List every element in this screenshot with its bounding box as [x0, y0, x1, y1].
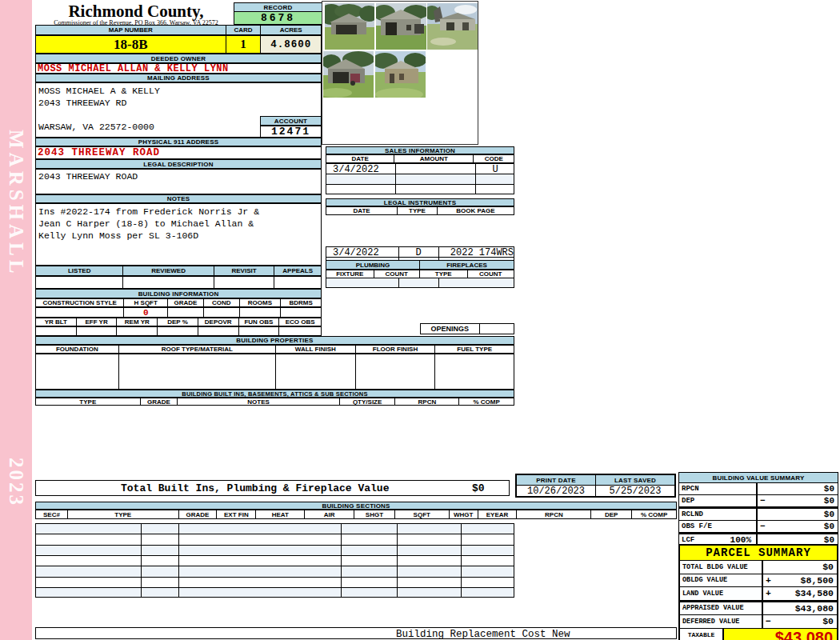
- last-saved-value: 5/25/2023: [596, 486, 674, 497]
- property-photo-4: [323, 51, 374, 98]
- notes-line-3: Kelly Lynn Moss per SL 3-106D: [38, 230, 321, 242]
- bvs-row-obsfe: OBS F/E − $0: [679, 521, 838, 533]
- photo-panel: [322, 1, 478, 145]
- li-type-label: TYPE: [398, 207, 438, 214]
- sale-code-value: U: [475, 164, 515, 175]
- bs-rpcn-label: RPCN: [517, 510, 591, 518]
- bs-eyear-label: EYEAR: [478, 510, 518, 518]
- record-label: RECORD: [234, 2, 322, 12]
- bi-qtysize-label: QTY/SIZE: [340, 398, 396, 405]
- foundation-label: FOUNDATION: [36, 346, 119, 353]
- bs-type-label: TYPE: [68, 510, 179, 518]
- obldg-value: $8,500: [801, 575, 837, 586]
- built-ins-rows: [35, 523, 514, 598]
- bs-comp-label: % COMP: [632, 510, 676, 518]
- physical-address-label: PHYSICAL 911 ADDRESS: [35, 138, 322, 146]
- building-sections-label: BUILDING SECTIONS: [35, 502, 677, 510]
- building-information-label: BUILDING INFORMATION: [35, 289, 322, 298]
- remyr-label: REM YR: [117, 318, 158, 326]
- ps-row-total-bldg: TOTAL BLDG VALUE $0: [680, 561, 837, 574]
- card-year: 2023: [5, 458, 27, 507]
- hsqft-label: H SQFT: [124, 299, 168, 306]
- depovr-label: DEPOVR: [198, 318, 239, 326]
- notes-label: NOTES: [35, 194, 322, 203]
- bvs-dep-value: $0: [824, 496, 838, 506]
- ps-row-appraised: APPRAISED VALUE $43,080: [680, 601, 837, 616]
- hsqft-value: 0: [124, 308, 168, 317]
- reviewed-label: REVIEWED: [123, 266, 214, 275]
- plumbing-count-label: COUNT: [374, 270, 421, 278]
- deeded-owner-value: MOSS MICHAEL ALLAN & KELLY LYNN: [35, 63, 322, 74]
- li-date-label: DATE: [326, 207, 398, 214]
- record-value: 8678: [234, 12, 322, 25]
- ps-row-land: LAND VALUE + $34,580: [680, 587, 837, 601]
- li-bookpage-value: 2022 174WRS: [438, 247, 514, 258]
- acres-label: ACRES: [261, 26, 321, 34]
- ps-row-deferred: DEFERRED VALUE − $0: [680, 615, 837, 629]
- taxable-value-label: TAXABLE VALUE: [680, 629, 724, 640]
- building-information-values-row: [35, 326, 322, 336]
- construction-style-label: CONSTRUCTION STYLE: [36, 299, 124, 306]
- physical-address-value: 2043 THREEWAY ROAD: [35, 146, 322, 159]
- bs-sqft-label: SQFT: [395, 510, 450, 518]
- legal-description-value: 2043 THREEWAY ROAD: [35, 169, 322, 194]
- total-bldg-value: $0: [822, 562, 837, 572]
- sidebar-strip: [0, 0, 32, 640]
- sales-rows: 3/4/2022 U: [326, 163, 514, 194]
- bdrms-label: BDRMS: [281, 299, 321, 306]
- wallfinish-label: WALL FINISH: [276, 346, 356, 353]
- print-date-label: PRINT DATE: [517, 475, 596, 485]
- bi-rpcn-label: RPCN: [395, 398, 459, 405]
- bs-air-label: AIR: [305, 510, 354, 518]
- built-ins-label: BUILDING BUILT INS, BASEMENTS, ATTICS & …: [35, 390, 514, 398]
- bvs-rpcn-value: $0: [824, 484, 838, 494]
- sales-information-label: SALES INFORMATION: [326, 146, 514, 154]
- bi-comp-label: % COMP: [459, 398, 514, 405]
- li-bookpage-label: BOOK PAGE: [438, 207, 514, 214]
- grade-label: GRADE: [168, 299, 204, 306]
- fireplace-count-label: COUNT: [468, 270, 514, 278]
- mailing-line-2: 2043 THREEWAY RD: [38, 97, 321, 109]
- ps-row-obldg: OBLDG VALUE + $8,500: [680, 574, 837, 588]
- card-label: CARD: [226, 26, 262, 34]
- deferred-value: $0: [822, 616, 837, 626]
- funobs-label: FUN OBS: [239, 318, 280, 326]
- fixture-label: FIXTURE: [326, 270, 374, 278]
- bs-grade-label: GRADE: [179, 510, 218, 518]
- bvs-rclnd-value: $0: [824, 510, 838, 519]
- appraised-value: $43,080: [795, 603, 837, 614]
- notes-line-2: Jean C Harper (18-8) to Michael Allan &: [38, 218, 321, 230]
- card-value: 1: [226, 36, 262, 53]
- fireplaces-label: FIREPLACES: [420, 261, 514, 269]
- built-ins-total-value: $0: [472, 482, 485, 494]
- bs-sec-label: SEC#: [36, 510, 68, 518]
- review-values-row: [35, 276, 322, 289]
- roof-label: ROOF TYPE/MATERIAL: [119, 346, 276, 353]
- sale-date-value: 3/4/2022: [333, 164, 379, 175]
- openings-value: [480, 324, 514, 334]
- bvs-obsfe-value: $0: [824, 522, 838, 531]
- deeded-owner-label: DEEDED OWNER: [35, 54, 322, 63]
- mailing-line-1: MOSS MICHAEL A & KELLY: [38, 85, 321, 97]
- bs-shgt-label: SHGT: [354, 510, 395, 518]
- building-properties-label: BUILDING PROPERTIES: [35, 336, 514, 345]
- listed-label: LISTED: [36, 266, 123, 275]
- rooms-label: ROOMS: [240, 299, 282, 306]
- bvs-row-dep: DEP − $0: [679, 495, 838, 507]
- plumbing-label: PLUMBING: [326, 261, 420, 269]
- bs-dep-label: DEP: [591, 510, 632, 518]
- print-date-value: 10/26/2023: [517, 486, 596, 497]
- land-value: $34,580: [795, 588, 837, 598]
- appeals-label: APPEALS: [274, 266, 321, 275]
- last-saved-label: LAST SAVED: [596, 475, 674, 485]
- building-properties-values-row: [35, 354, 514, 390]
- effyr-label: EFF YR: [77, 318, 118, 326]
- openings-label: OPENINGS: [421, 324, 480, 334]
- taxable-value: $43,080: [724, 629, 837, 640]
- ps-row-taxable: TAXABLE VALUE $43,080: [680, 629, 837, 640]
- sales-code-label: CODE: [474, 155, 514, 162]
- ecoobs-label: ECO OBS: [279, 318, 321, 326]
- cond-label: COND: [204, 299, 240, 306]
- property-photo-3: [427, 3, 478, 50]
- floorfinish-label: FLOOR FINISH: [356, 346, 436, 353]
